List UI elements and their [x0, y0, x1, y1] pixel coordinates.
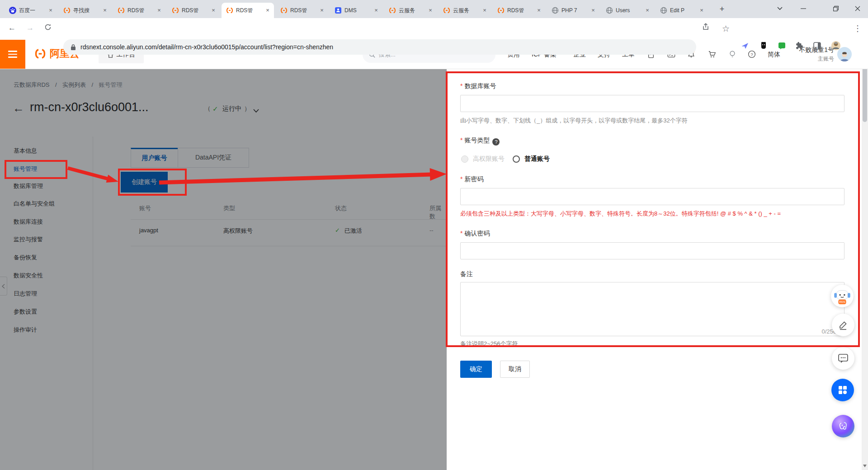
- scroll-down-icon[interactable]: [863, 465, 867, 467]
- radio-normal-account-label[interactable]: 普通账号: [524, 155, 550, 163]
- share-icon[interactable]: [702, 23, 710, 33]
- required-icon: *: [460, 175, 462, 183]
- language-switch[interactable]: 简体: [768, 51, 780, 59]
- db-account-input[interactable]: [460, 95, 844, 112]
- aliyun-favicon-icon: [280, 7, 288, 14]
- tab-title: RDS管: [127, 7, 156, 14]
- help-question-icon[interactable]: ?: [492, 138, 500, 146]
- remark-label: 备注: [460, 270, 473, 278]
- new-password-input[interactable]: [460, 188, 844, 205]
- browser-tab-ecs[interactable]: 云服务 ×: [439, 3, 491, 18]
- back-icon[interactable]: ←: [8, 24, 16, 33]
- tab-close-icon[interactable]: ×: [373, 7, 380, 14]
- tab-title: 百度一: [19, 7, 47, 14]
- tab-title: RDS管: [236, 7, 264, 14]
- window-close-button[interactable]: [847, 0, 868, 17]
- tab-close-icon[interactable]: ×: [698, 7, 705, 14]
- browser-tab-rds[interactable]: RDS管 ×: [276, 3, 328, 18]
- account-role: 主账号: [789, 54, 834, 63]
- side-panel-icon[interactable]: [812, 41, 822, 51]
- tab-close-icon[interactable]: ×: [210, 7, 217, 14]
- tab-title: DMS: [344, 7, 373, 14]
- browser-tab-rds[interactable]: RDS管 ×: [167, 3, 220, 18]
- tab-search-chevron-icon[interactable]: [769, 0, 790, 17]
- browser-tab-strip: 百度一 × 寻找搜 × RDS管 × RDS管 × RDS管 × RDS管 ×: [0, 0, 868, 18]
- svg-text:RDS: RDS: [839, 300, 845, 303]
- confirm-password-label: *确认密码: [460, 230, 490, 238]
- tab-close-icon[interactable]: ×: [156, 7, 163, 14]
- apps-grid-button[interactable]: [831, 379, 854, 401]
- address-bar[interactable]: rdsnext.console.aliyun.com/detail/rm-cn-…: [63, 39, 696, 55]
- tab-close-icon[interactable]: ×: [264, 7, 271, 14]
- extensions-puzzle-icon[interactable]: [794, 41, 804, 51]
- browser-tab-rds[interactable]: RDS管 ×: [493, 3, 545, 18]
- tab-title: 寻找搜: [73, 7, 101, 14]
- tab-title: RDS管: [182, 7, 210, 14]
- brain-icon: [838, 421, 849, 432]
- browser-tab-rds[interactable]: RDS管 ×: [113, 3, 165, 18]
- tab-close-icon[interactable]: ×: [644, 7, 651, 14]
- confirm-password-input[interactable]: [460, 242, 844, 259]
- lightbulb-icon[interactable]: [728, 50, 737, 59]
- url-text: rdsnext.console.aliyun.com/detail/rm-cn-…: [80, 43, 333, 51]
- tab-close-icon[interactable]: ×: [318, 7, 326, 14]
- radio-super-account: [461, 155, 468, 163]
- robot-mascot-icon: RDS: [832, 286, 853, 306]
- cart-icon[interactable]: [708, 50, 717, 59]
- new-tab-button[interactable]: +: [716, 4, 728, 15]
- tab-close-icon[interactable]: ×: [535, 7, 542, 14]
- tab-close-icon[interactable]: ×: [481, 7, 488, 14]
- bookmark-star-icon[interactable]: ☆: [722, 24, 730, 34]
- browser-tab-users[interactable]: Users ×: [601, 3, 654, 18]
- refresh-icon[interactable]: [44, 24, 52, 33]
- browser-tab-rds-active[interactable]: RDS管 ×: [222, 3, 274, 18]
- aliyun-favicon-icon: [443, 7, 450, 14]
- globe-favicon-icon: [552, 7, 559, 14]
- required-icon: *: [460, 230, 462, 237]
- help-icon[interactable]: ?: [747, 50, 756, 59]
- browser-profile-avatar[interactable]: [831, 41, 841, 51]
- browser-tab-baidu[interactable]: 百度一 ×: [5, 3, 57, 18]
- ai-assistant-button[interactable]: [832, 415, 854, 437]
- chat-support-button[interactable]: [832, 347, 854, 370]
- new-password-label: *新密码: [460, 175, 483, 183]
- tab-close-icon[interactable]: ×: [427, 7, 434, 14]
- pencil-icon: [838, 320, 848, 330]
- tab-title: 云服务: [453, 7, 481, 14]
- browser-tab-ecs[interactable]: 云服务 ×: [384, 3, 437, 18]
- extension-chat-icon[interactable]: [777, 41, 787, 51]
- remark-textarea[interactable]: [460, 282, 844, 336]
- page-scrollbar[interactable]: [862, 40, 868, 470]
- tab-close-icon[interactable]: ×: [47, 7, 54, 14]
- forward-icon[interactable]: →: [26, 24, 34, 33]
- grid-icon: [838, 385, 848, 395]
- confirm-button[interactable]: 确定: [460, 361, 492, 378]
- window-restore-button[interactable]: [826, 0, 846, 17]
- db-account-label: *数据库账号: [460, 82, 496, 90]
- browser-tab-edit[interactable]: Edit P ×: [656, 3, 708, 18]
- tab-close-icon[interactable]: ×: [590, 7, 597, 14]
- tab-title: Edit P: [670, 7, 698, 14]
- browser-menu-icon[interactable]: ⋮: [854, 24, 862, 33]
- browser-tab-php[interactable]: PHP 7 ×: [547, 3, 599, 18]
- radio-super-account-label: 高权限账号: [473, 155, 505, 163]
- feedback-pencil-button[interactable]: [832, 314, 854, 336]
- rds-assistant-robot-button[interactable]: RDS: [831, 285, 854, 307]
- account-type-label: *账号类型?: [460, 136, 500, 146]
- extension-bird-icon[interactable]: [740, 41, 750, 51]
- create-account-drawer: *数据库账号 由小写字母、数字、下划线（_）组成，以字母开头，以字母或数字结尾，…: [447, 69, 862, 470]
- console-menu-button[interactable]: [0, 40, 25, 69]
- extension-penguin-icon[interactable]: [759, 41, 769, 51]
- tab-title: RDS管: [507, 7, 535, 14]
- aliyun-favicon-icon: [63, 7, 71, 14]
- browser-tab-aliyun[interactable]: 寻找搜 ×: [59, 3, 111, 18]
- window-minimize-button[interactable]: [793, 0, 814, 17]
- browser-tab-dms[interactable]: DMS ×: [330, 3, 382, 18]
- cancel-button[interactable]: 取消: [500, 361, 530, 378]
- tab-close-icon[interactable]: ×: [101, 7, 108, 14]
- screen: 百度一 × 寻找搜 × RDS管 × RDS管 × RDS管 × RDS管 ×: [0, 0, 868, 470]
- remark-help: 备注说明2~256个字符: [460, 340, 518, 348]
- radio-normal-account[interactable]: [513, 155, 520, 163]
- chat-bubble-icon: [838, 353, 849, 364]
- dms-favicon-icon: [335, 7, 342, 14]
